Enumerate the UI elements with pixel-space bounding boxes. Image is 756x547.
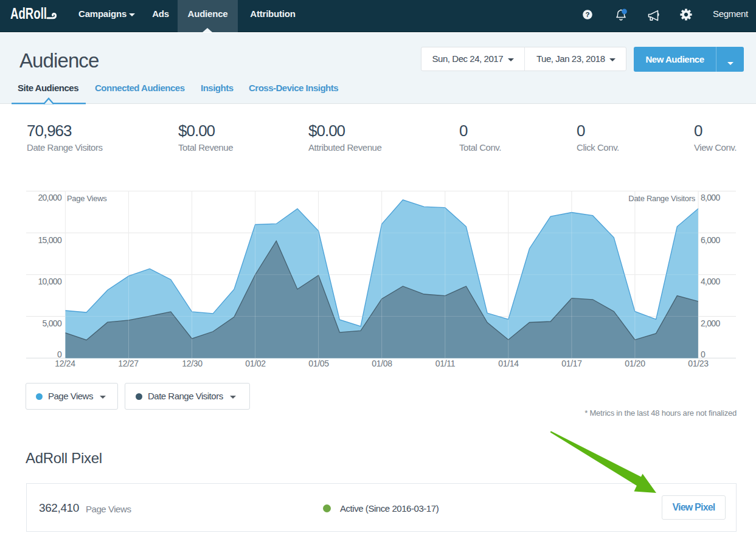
svg-text:AdRoll: AdRoll [10,6,47,22]
svg-text:?: ? [585,11,589,18]
